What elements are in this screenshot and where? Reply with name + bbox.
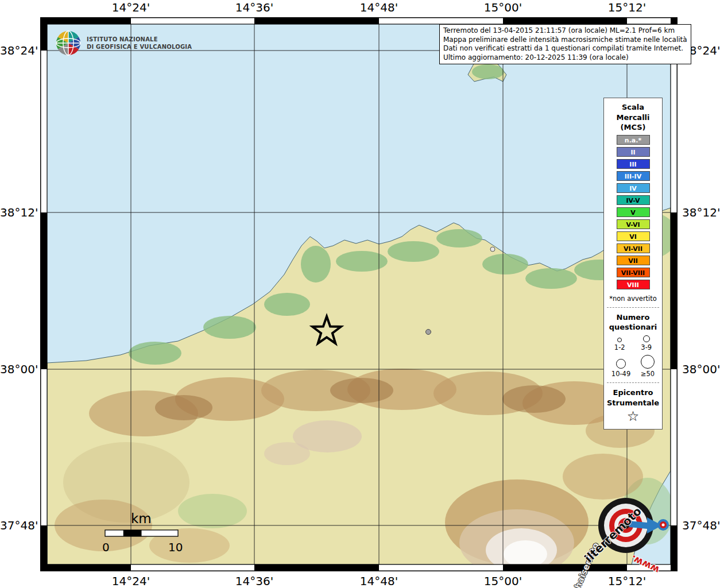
event-info-line3: Dati non verificati estratti da 1 questi…	[443, 44, 687, 53]
questionnaire-size-10-49: 10-49	[611, 359, 630, 378]
label-50: ≥50	[641, 370, 655, 378]
axis-label-bottom-3: 15°00'	[484, 574, 522, 588]
axis-label-left-0: 38°24'	[0, 44, 38, 57]
axis-label-right-3: 37°48'	[682, 519, 720, 532]
distance-scale-bar	[105, 530, 178, 536]
axis-label-bottom-1: 14°36'	[235, 574, 273, 588]
axis-label-top-3: 15°00'	[484, 1, 522, 14]
circle-size-50-icon	[641, 355, 655, 369]
circle-size-1-2-icon	[617, 338, 622, 342]
mcs-level-iii-iv: III-IV	[617, 171, 650, 181]
label-1-2: 1-2	[614, 344, 625, 352]
event-info-line4: Ultimo aggiornamento: 20-12-2025 11:39 (…	[443, 53, 687, 63]
circle-size-3-9-icon	[643, 335, 650, 342]
legend-title-line3: (MCS)	[604, 122, 662, 133]
legend-title-line2: Mercalli	[604, 113, 662, 123]
ingv-globe-icon	[55, 30, 82, 56]
mcs-level-vii: VII	[617, 256, 650, 265]
legend-title-line1: Scala	[604, 102, 662, 113]
map-canvas	[40, 17, 678, 571]
macroseismic-intensity-map-page: 14°24' 14°36' 14°48' 15°00' 15°12' 14°24…	[0, 0, 720, 588]
scalebar-unit-label: km	[131, 511, 152, 526]
legend-separator	[607, 307, 659, 308]
mcs-level-vi: VI	[617, 231, 650, 241]
questionnaires-title-line2: questionari	[604, 322, 662, 332]
event-info-line1: Terremoto del 13-04-2015 21:11:57 (ora l…	[443, 26, 687, 36]
questionnaire-size-3-9: 3-9	[641, 335, 652, 352]
questionnaire-dot	[426, 330, 431, 335]
ingv-name-line1: ISTITUTO NAZIONALE	[87, 36, 192, 43]
axis-label-bottom-2: 14°48'	[360, 574, 398, 588]
axis-label-top-4: 15°12'	[608, 1, 646, 14]
questionnaire-dot-small	[490, 247, 495, 252]
mcs-level-iv-v: IV-V	[617, 195, 650, 205]
mcs-level-iii: III	[617, 159, 650, 169]
legend-panel: Scala Mercalli (MCS) n.a.* II III III-IV…	[603, 98, 663, 430]
mcs-level-na: n.a.*	[617, 135, 650, 145]
mcs-level-iv: IV	[617, 183, 650, 193]
axis-label-bottom-0: 14°24'	[112, 574, 150, 588]
epicenter-title-line2: Strumentale	[604, 398, 662, 408]
questionnaire-size-50: ≥50	[641, 355, 655, 378]
label-3-9: 3-9	[641, 344, 652, 352]
scalebar-end-label: 10	[168, 540, 183, 554]
mcs-level-v-vi: V-VI	[617, 219, 650, 229]
mcs-level-vi-vii: VI-VII	[617, 243, 650, 253]
axis-label-top-1: 14°36'	[235, 1, 273, 14]
questionnaires-title-line1: Numero	[604, 312, 662, 323]
ingv-name-line2: DI GEOFISICA E VULCANOLOGIA	[87, 43, 192, 51]
legend-separator-2	[607, 382, 659, 383]
legend-footnote: *non avvertito	[604, 295, 662, 303]
label-10-49: 10-49	[611, 370, 630, 378]
axis-label-top-2: 14°48'	[360, 1, 398, 14]
axis-label-left-2: 38°00'	[0, 362, 38, 376]
questionnaire-size-1-2: 1-2	[614, 338, 625, 352]
axis-label-left-1: 38°12'	[0, 206, 38, 219]
mcs-level-v: V	[617, 207, 650, 217]
event-info-box: Terremoto del 13-04-2015 21:11:57 (ora l…	[439, 24, 691, 64]
ingv-logo-block: ISTITUTO NAZIONALE DI GEOFISICA E VULCAN…	[55, 30, 192, 56]
event-info-line2: Mappa preliminare delle intensità macros…	[443, 36, 687, 45]
axis-label-right-1: 38°12'	[682, 206, 720, 219]
mcs-level-vii-viii: VII-VIII	[617, 268, 650, 277]
circle-size-10-49-icon	[616, 359, 626, 369]
epicenter-title-line1: Epicentro	[604, 388, 662, 398]
mcs-level-ii: II	[617, 147, 650, 157]
axis-label-top-0: 14°24'	[112, 1, 150, 14]
epicenter-star-icon: ☆	[604, 409, 662, 424]
axis-label-bottom-4: 15°12'	[608, 574, 646, 588]
axis-label-left-3: 37°48'	[0, 519, 38, 532]
mcs-level-viii: VIII	[617, 280, 650, 289]
scalebar-start-label: 0	[102, 540, 110, 554]
axis-label-right-2: 38°00'	[682, 362, 720, 376]
